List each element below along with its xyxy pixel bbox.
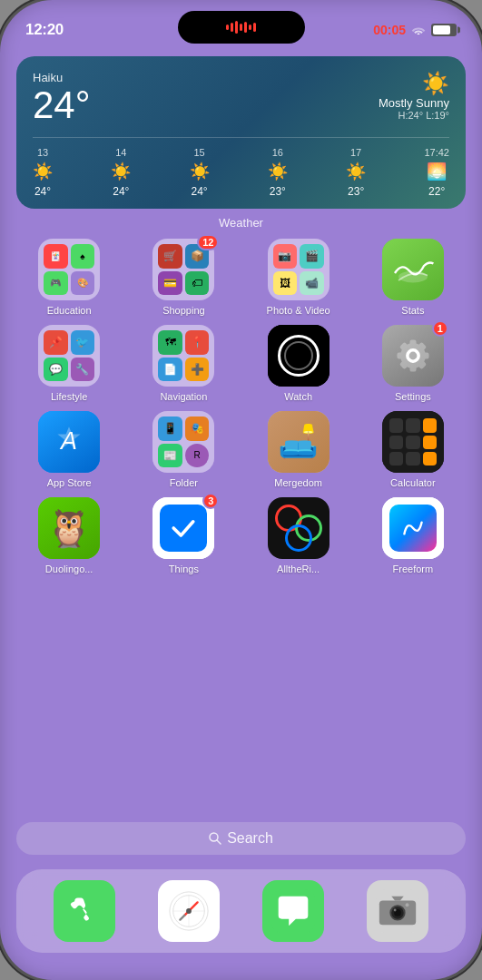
alltheri-icon [268, 497, 330, 559]
forecast-day-1: 13 ☀️ 24° [33, 147, 53, 198]
weather-location: Haiku [33, 71, 91, 84]
shopping-label: Shopping [162, 305, 205, 316]
photo-video-label: Photo & Video [267, 305, 330, 316]
lifestyle-icon: 📌 🐦 💬 🔧 [38, 325, 100, 387]
app-education[interactable]: 🃏 ♠ 🎮 🎨 Education [16, 239, 122, 316]
search-label: Search [227, 830, 273, 847]
phone-icon [54, 880, 115, 942]
svg-point-14 [405, 903, 408, 906]
app-freeform[interactable]: Freeform [360, 497, 466, 574]
battery-indicator [431, 24, 457, 36]
wifi-icon [411, 23, 426, 37]
folder-label: Folder [170, 477, 198, 488]
watch-label: Watch [284, 391, 312, 402]
stats-icon [382, 239, 444, 300]
app-settings[interactable]: 1 Settings [360, 325, 466, 402]
screen-content: Haiku 24° ☀️ Mostly Sunny H:24° L:19° 13… [0, 49, 482, 980]
calculator-icon [382, 411, 444, 473]
education-icon: 🃏 ♠ 🎮 🎨 [38, 239, 100, 300]
svg-point-6 [186, 908, 192, 914]
app-grid: 🃏 ♠ 🎮 🎨 Education 12 🛒 📦 💳 🏷 [16, 239, 466, 574]
weather-widget[interactable]: Haiku 24° ☀️ Mostly Sunny H:24° L:19° 13… [16, 56, 466, 209]
app-mergedom[interactable]: 🛋️ Mergedom [246, 411, 351, 488]
forecast-day-4: 16 ☀️ 23° [268, 147, 288, 198]
settings-icon: 1 [382, 325, 444, 387]
dock-app-phone[interactable] [54, 880, 115, 942]
dock-app-camera[interactable] [367, 880, 428, 942]
settings-label: Settings [395, 391, 431, 402]
app-app-store[interactable]: A App Store [16, 411, 122, 488]
calculator-label: Calculator [390, 477, 436, 488]
dock-app-safari[interactable] [158, 880, 220, 942]
freeform-label: Freeform [393, 564, 434, 574]
app-calculator[interactable]: Calculator [360, 411, 466, 488]
weather-condition: Mostly Sunny [379, 96, 449, 110]
mergedom-icon: 🛋️ [268, 411, 330, 473]
navigation-icon: 🗺 📍 📄 ➕ [152, 325, 214, 387]
navigation-label: Navigation [160, 391, 207, 402]
weather-high: H:24° [398, 110, 423, 121]
shopping-badge: 12 [197, 234, 219, 250]
weather-widget-label: Weather [16, 216, 466, 230]
things-label: Things [169, 564, 199, 574]
app-shopping[interactable]: 12 🛒 📦 💳 🏷 Shopping [131, 239, 236, 316]
shopping-icon: 12 🛒 📦 💳 🏷 [152, 239, 214, 300]
duolingo-label: Duolingo... [45, 564, 93, 574]
svg-text:A: A [59, 428, 77, 456]
forecast-day-5: 17 ☀️ 23° [346, 147, 366, 198]
audio-waveform [226, 21, 256, 34]
status-time: 12:20 [25, 21, 64, 39]
alltheri-label: AlltheRi... [277, 564, 320, 574]
app-things[interactable]: 3 Things [131, 497, 236, 574]
folder-icon: 📱 🎭 📰 R [152, 411, 214, 473]
duolingo-icon: 🦉 [38, 497, 100, 559]
messages-icon [262, 880, 324, 942]
freeform-icon [382, 497, 444, 559]
dynamic-island[interactable] [178, 11, 305, 44]
stats-label: Stats [401, 305, 424, 316]
safari-icon [158, 880, 220, 942]
forecast-day-3: 15 ☀️ 24° [190, 147, 210, 198]
lifestyle-label: Lifestyle [51, 391, 87, 402]
dock-app-messages[interactable] [262, 880, 324, 942]
search-bar[interactable]: Search [16, 822, 466, 855]
education-label: Education [47, 305, 92, 316]
app-photo-video[interactable]: 📷 🎬 🖼 📹 Photo & Video [246, 239, 351, 316]
weather-low: L:19° [426, 110, 449, 121]
status-timer: 00:05 [373, 23, 406, 37]
forecast-day-6: 17:42 🌅 22° [424, 147, 449, 198]
settings-badge: 1 [432, 320, 448, 337]
things-icon: 3 [152, 497, 214, 559]
forecast-day-2: 14 ☀️ 24° [111, 147, 131, 198]
app-lifestyle[interactable]: 📌 🐦 💬 🔧 Lifestyle [16, 325, 122, 402]
app-store-icon: A [38, 411, 100, 473]
app-stats[interactable]: Stats [360, 239, 466, 316]
app-duolingo[interactable]: 🦉 Duolingo... [16, 497, 122, 574]
svg-point-13 [393, 909, 396, 912]
weather-temperature: 24° [33, 84, 91, 126]
app-watch[interactable]: Watch [246, 325, 351, 402]
app-navigation[interactable]: 🗺 📍 📄 ➕ Navigation [131, 325, 236, 402]
app-store-label: App Store [47, 477, 92, 488]
watch-icon [268, 325, 330, 387]
photo-video-icon: 📷 🎬 🖼 📹 [268, 239, 330, 300]
app-folder[interactable]: 📱 🎭 📰 R Folder [131, 411, 236, 488]
mergedom-label: Mergedom [274, 477, 322, 488]
camera-icon [367, 880, 428, 942]
dock-area: Search [16, 822, 466, 953]
things-badge: 3 [202, 493, 219, 509]
app-alltheri[interactable]: AlltheRi... [246, 497, 351, 574]
dock [16, 869, 466, 953]
weather-forecast: 13 ☀️ 24° 14 ☀️ 24° 15 ☀️ 24° 16 ☀️ [33, 137, 449, 198]
phone-frame: 12:20 00:05 Haiku 24° [0, 0, 482, 980]
status-right: 00:05 [373, 23, 457, 37]
